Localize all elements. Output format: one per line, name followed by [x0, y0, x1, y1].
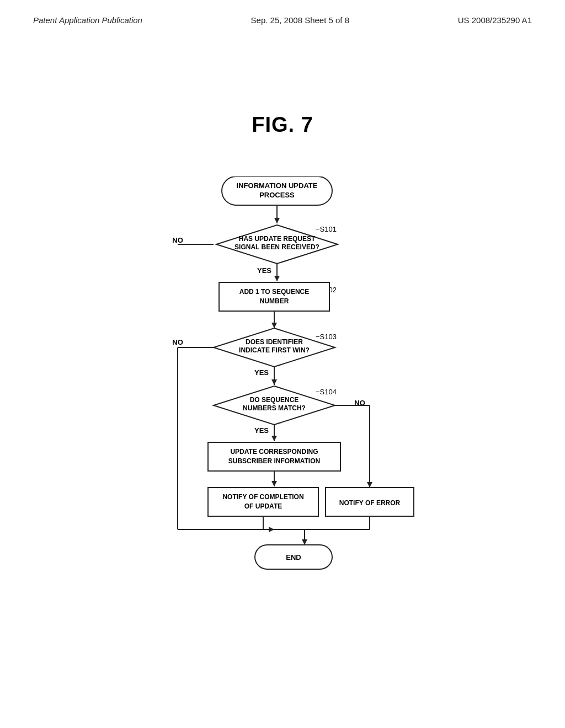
svg-text:OF UPDATE: OF UPDATE: [244, 502, 282, 510]
svg-marker-34: [271, 436, 277, 441]
svg-text:−S103: −S103: [316, 333, 337, 341]
svg-text:NUMBERS MATCH?: NUMBERS MATCH?: [243, 404, 306, 412]
svg-text:DOES IDENTIFIER: DOES IDENTIFIER: [246, 338, 303, 346]
svg-rect-43: [208, 488, 318, 516]
svg-text:ADD 1 TO SEQUENCE: ADD 1 TO SEQUENCE: [239, 288, 309, 296]
page: Patent Application Publication Sep. 25, …: [0, 0, 565, 728]
svg-text:PROCESS: PROCESS: [259, 191, 295, 199]
header-center: Sep. 25, 2008 Sheet 5 of 8: [251, 15, 349, 25]
svg-text:SIGNAL BEEN RECEIVED?: SIGNAL BEEN RECEIVED?: [234, 243, 319, 251]
svg-text:INFORMATION UPDATE: INFORMATION UPDATE: [237, 181, 318, 190]
svg-marker-40: [271, 481, 277, 486]
header-left: Patent Application Publication: [33, 15, 142, 25]
svg-marker-12: [274, 276, 280, 281]
svg-text:DO SEQUENCE: DO SEQUENCE: [250, 396, 299, 404]
svg-rect-14: [219, 282, 329, 311]
svg-text:NOTIFY OF ERROR: NOTIFY OF ERROR: [339, 499, 401, 507]
svg-text:HAS UPDATE REQUEST: HAS UPDATE REQUEST: [239, 235, 316, 243]
svg-marker-60: [302, 539, 307, 545]
svg-text:YES: YES: [254, 426, 269, 435]
svg-text:YES: YES: [257, 266, 271, 275]
svg-text:NUMBER: NUMBER: [260, 297, 289, 305]
svg-text:SUBSCRIBER INFORMATION: SUBSCRIBER INFORMATION: [228, 457, 320, 465]
svg-text:INDICATE FIRST WIN?: INDICATE FIRST WIN?: [239, 346, 310, 354]
svg-text:NO: NO: [172, 236, 183, 244]
page-header: Patent Application Publication Sep. 25, …: [0, 0, 565, 25]
flowchart-svg: INFORMATION UPDATE PROCESS −S101 HAS UPD…: [122, 176, 443, 673]
svg-rect-36: [208, 442, 340, 471]
svg-marker-26: [271, 379, 277, 385]
svg-text:END: END: [286, 553, 301, 561]
svg-text:−S104: −S104: [316, 388, 337, 396]
svg-text:YES: YES: [254, 368, 269, 377]
svg-text:NO: NO: [172, 338, 183, 346]
figure-title: FIG. 7: [0, 113, 565, 137]
svg-text:NOTIFY OF COMPLETION: NOTIFY OF COMPLETION: [222, 493, 303, 501]
svg-marker-18: [271, 323, 277, 328]
svg-text:UPDATE CORRESPONDING: UPDATE CORRESPONDING: [230, 448, 318, 456]
svg-text:−S101: −S101: [316, 225, 337, 233]
svg-marker-54: [367, 482, 372, 488]
svg-marker-4: [274, 218, 280, 223]
header-right: US 2008/235290 A1: [458, 15, 532, 25]
